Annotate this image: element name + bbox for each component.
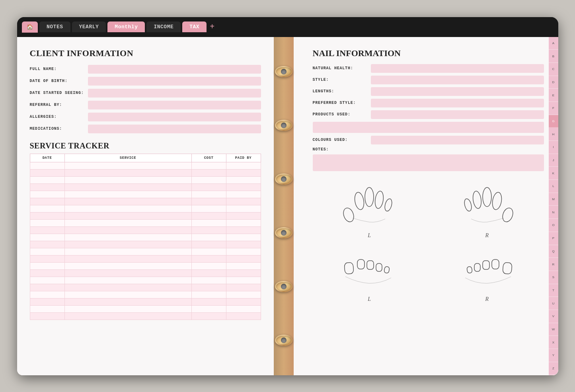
table-cell[interactable] (30, 305, 64, 312)
alpha-o[interactable]: O (549, 219, 558, 232)
tab-income[interactable]: INCOME (146, 21, 181, 32)
alpha-u[interactable]: U (549, 297, 558, 310)
colours-used-input[interactable] (371, 136, 544, 144)
alpha-e[interactable]: E (549, 89, 558, 102)
table-cell[interactable] (30, 198, 64, 205)
table-cell[interactable] (191, 234, 226, 241)
table-cell[interactable] (191, 212, 226, 219)
table-cell[interactable] (191, 219, 226, 226)
table-cell[interactable] (64, 183, 191, 191)
table-cell[interactable] (64, 234, 191, 241)
table-cell[interactable] (191, 162, 226, 169)
tab-monthly[interactable]: Monthly (107, 21, 145, 32)
table-cell[interactable] (226, 234, 261, 241)
table-cell[interactable] (226, 262, 261, 269)
alpha-k[interactable]: K (549, 167, 558, 180)
alpha-i[interactable]: I (549, 141, 558, 154)
table-cell[interactable] (64, 205, 191, 212)
table-cell[interactable] (30, 212, 64, 219)
alpha-q[interactable]: Q (549, 245, 558, 258)
table-cell[interactable] (191, 183, 226, 191)
alpha-m[interactable]: M (549, 193, 558, 206)
table-cell[interactable] (30, 312, 64, 320)
alpha-a[interactable]: A (549, 37, 558, 50)
tab-add-button[interactable]: + (210, 22, 214, 31)
table-cell[interactable] (64, 269, 191, 277)
allergies-input[interactable] (88, 113, 261, 121)
alpha-z[interactable]: Z (549, 362, 558, 375)
table-cell[interactable] (191, 262, 226, 269)
table-cell[interactable] (191, 291, 226, 298)
table-cell[interactable] (30, 291, 64, 298)
table-cell[interactable] (191, 176, 226, 183)
table-cell[interactable] (191, 191, 226, 198)
table-cell[interactable] (30, 176, 64, 183)
table-cell[interactable] (226, 305, 261, 312)
table-cell[interactable] (191, 248, 226, 255)
table-cell[interactable] (64, 162, 191, 169)
tab-notes[interactable]: NOTES (39, 21, 70, 32)
table-cell[interactable] (64, 191, 191, 198)
alpha-d[interactable]: D (549, 76, 558, 89)
alpha-p[interactable]: P (549, 232, 558, 245)
table-cell[interactable] (226, 241, 261, 248)
table-cell[interactable] (226, 248, 261, 255)
table-cell[interactable] (30, 183, 64, 191)
table-cell[interactable] (30, 162, 64, 169)
alpha-g[interactable]: G (549, 115, 558, 128)
alpha-b[interactable]: B (549, 50, 558, 63)
table-cell[interactable] (226, 277, 261, 284)
alpha-j[interactable]: J (549, 154, 558, 167)
alpha-y[interactable]: Y (549, 349, 558, 362)
table-cell[interactable] (64, 262, 191, 269)
preferred-style-input[interactable] (371, 99, 544, 107)
table-cell[interactable] (226, 205, 261, 212)
alpha-n[interactable]: N (549, 206, 558, 219)
table-cell[interactable] (64, 284, 191, 291)
tab-yearly[interactable]: YEARLY (72, 21, 106, 32)
table-cell[interactable] (30, 262, 64, 269)
table-cell[interactable] (64, 176, 191, 183)
table-cell[interactable] (64, 305, 191, 312)
table-cell[interactable] (30, 284, 64, 291)
natural-health-input[interactable] (371, 64, 544, 73)
table-cell[interactable] (64, 298, 191, 305)
table-cell[interactable] (64, 255, 191, 262)
table-cell[interactable] (226, 212, 261, 219)
table-cell[interactable] (30, 241, 64, 248)
table-cell[interactable] (191, 169, 226, 176)
table-cell[interactable] (64, 248, 191, 255)
table-cell[interactable] (226, 226, 261, 234)
alpha-r[interactable]: R (549, 258, 558, 271)
table-cell[interactable] (191, 312, 226, 320)
dob-input[interactable] (88, 77, 261, 86)
date-started-input[interactable] (88, 89, 261, 98)
products-used-extra-input[interactable] (313, 122, 544, 133)
table-cell[interactable] (64, 277, 191, 284)
table-cell[interactable] (226, 312, 261, 320)
style-input[interactable] (371, 76, 544, 84)
products-used-input[interactable] (371, 110, 544, 119)
table-cell[interactable] (191, 305, 226, 312)
table-cell[interactable] (226, 284, 261, 291)
table-cell[interactable] (64, 198, 191, 205)
table-cell[interactable] (226, 198, 261, 205)
table-cell[interactable] (226, 191, 261, 198)
table-cell[interactable] (64, 291, 191, 298)
table-cell[interactable] (226, 291, 261, 298)
alpha-v[interactable]: V (549, 310, 558, 323)
table-cell[interactable] (30, 255, 64, 262)
table-cell[interactable] (226, 219, 261, 226)
alpha-h[interactable]: H (549, 128, 558, 141)
table-cell[interactable] (30, 226, 64, 234)
table-cell[interactable] (64, 312, 191, 320)
table-cell[interactable] (191, 255, 226, 262)
table-cell[interactable] (191, 284, 226, 291)
table-cell[interactable] (191, 198, 226, 205)
table-cell[interactable] (226, 183, 261, 191)
tab-home[interactable]: 🏠 (22, 21, 38, 33)
table-cell[interactable] (30, 248, 64, 255)
medications-input[interactable] (88, 125, 261, 133)
table-cell[interactable] (30, 298, 64, 305)
alpha-f[interactable]: F (549, 102, 558, 115)
